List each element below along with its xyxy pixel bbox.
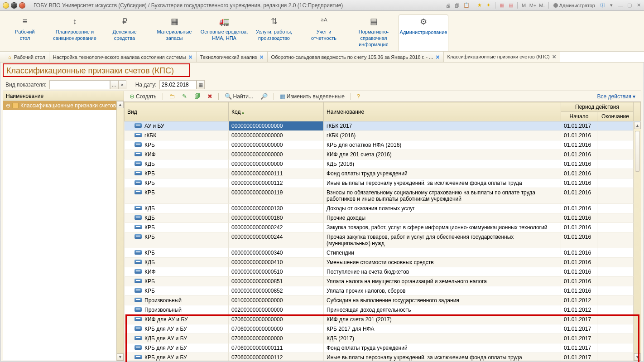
table-row[interactable]: Произвольный 00100000000000000 Субсидия … [125,296,641,305]
table-row[interactable]: КДБ 00000000000000130 Доходы от оказания… [125,204,641,213]
find-button[interactable]: 🔍Найти... [222,92,256,101]
grid-scroll[interactable]: Вид Код Наименование Период действия Нач… [124,102,641,361]
minimize-icon[interactable]: — [617,2,624,9]
table-row[interactable]: КДБ 00000000000000410 Уменьшение стоимос… [125,258,641,267]
ribbon-item[interactable]: ↕ Планирование и санкционирование [50,14,100,51]
table-row[interactable]: КРБ для АУ и БУ 07060000000000111 Фонд о… [125,343,641,353]
star-icon[interactable]: ★ [476,2,483,9]
nav-back-icon[interactable] [11,2,17,9]
table-row[interactable]: КИФ для АУ и БУ 07060000000000000 КИФ дл… [125,315,641,324]
table-row[interactable]: гКБК 00000000000000000 гКБК (2016) 01.01… [125,131,641,140]
m-btn[interactable]: M [520,2,528,9]
edit-button[interactable]: ✎ [179,92,190,101]
table-row[interactable]: КРБ 00000000000000852 Уплата прочих нало… [125,286,641,296]
col-name[interactable]: Наименование [324,102,561,121]
cell-name: Доходы от оказания платных услуг [324,204,561,213]
cell-start: 01.01.2016 [561,258,597,267]
tab-close-icon[interactable]: × [553,53,556,60]
table-row[interactable]: КРБ для АУ и БУ 07060000000000112 Иные в… [125,353,641,361]
param-choose-btn[interactable]: … [110,80,118,89]
param-input[interactable] [49,80,110,89]
copy-icon[interactable]: 🗐 [454,2,461,9]
param-clear-btn[interactable]: × [118,80,126,89]
row-icon [135,133,142,137]
col-start[interactable]: Начало [561,112,597,121]
tab[interactable]: ⌂Рабочий стол [0,52,49,62]
ribbon-label: Материальные запасы [149,29,199,42]
tab-close-icon[interactable]: × [260,54,263,60]
schedule-icon[interactable]: ▤ [507,2,514,9]
m-minus-btn[interactable]: M- [538,2,546,9]
scroll-up-icon[interactable]: ▲ [634,122,641,129]
ribbon-item[interactable]: ⚙ Администрирование [399,14,448,51]
table-row[interactable]: Произвольный 00200000000000000 Приносяща… [125,305,641,315]
tab-close-icon[interactable]: × [436,54,439,60]
table-row[interactable]: АУ и БУ 00000000000000000 гКБК 2017 01.0… [125,121,641,131]
tab-close-icon[interactable]: × [189,54,192,60]
table-row[interactable]: КРБ 00000000000000242 Закупка товаров, р… [125,223,641,232]
scroll-down-icon[interactable]: ▼ [634,353,641,361]
maximize-icon[interactable]: ▢ [626,2,633,9]
history-icon[interactable]: ✦ [485,2,492,9]
table-row[interactable]: КРБ 00000000000000119 Взносы по обязател… [125,188,641,204]
dropdown-icon[interactable]: ▾ [608,2,615,9]
table-row[interactable]: КРБ 00000000000000111 Фонд оплаты труда … [125,169,641,179]
table-row[interactable]: КДБ для АУ и БУ 07060000000000000 КДБ (2… [125,334,641,343]
calendar-icon[interactable]: ▦ [498,2,505,9]
col-period[interactable]: Период действия [561,102,634,112]
calc-icon[interactable]: 📋 [463,2,470,9]
delete-button[interactable]: ✖ [205,92,215,101]
tree-scroll[interactable]: ▲ ▼ [116,101,124,361]
table-row[interactable]: КРБ для АУ и БУ 07060000000000000 КРБ 20… [125,324,641,334]
nav-fwd-icon[interactable] [19,2,25,9]
ribbon-item[interactable]: ≡ Рабочий стол [0,14,50,51]
scroll-down-icon[interactable]: ▼ [117,353,124,361]
table-row[interactable]: КРБ 00000000000000340 Стипендии 01.01.20… [125,248,641,258]
scroll-up-icon[interactable]: ▲ [117,101,124,108]
table-row[interactable]: КИФ 00000000000000510 Поступление на сче… [125,267,641,277]
scroll-thumb[interactable] [635,131,640,172]
table-row[interactable]: КРБ 00000000000000112 Иные выплаты персо… [125,179,641,188]
table-row[interactable]: КДБ 00000000000000180 Прочие доходы 01.0… [125,213,641,223]
change-button[interactable]: ▦Изменить выделенные [277,92,347,101]
info-icon[interactable]: ⓘ [599,2,606,9]
tab[interactable]: Настройка технологического анализа состо… [49,52,197,62]
cell-end [597,131,634,140]
all-actions-button[interactable]: Все действия [595,92,638,101]
table-row[interactable]: КДБ 00000000000000000 КДБ (2016) 01.01.2… [125,159,641,169]
ribbon-item[interactable]: 🚛 Основные средства, НМА, НПА [199,14,249,51]
col-kod[interactable]: Код [229,102,324,121]
tab[interactable]: Классификационные признаки счетов (КПС)× [444,52,560,63]
folder-button[interactable]: 🗀 [166,92,178,101]
col-vid[interactable]: Вид [125,102,229,121]
tree-item[interactable]: ⊖ Классификационные признаки счетов [3,101,124,110]
help-button[interactable]: ? [354,92,363,101]
date-input[interactable] [159,80,197,89]
table-row[interactable]: КРБ 00000000000000000 КРБ для остатков Н… [125,140,641,150]
ribbon-item[interactable]: ⇅ Услуги, работы, производство [249,14,299,51]
row-icon [135,123,142,128]
cell-start: 01.01.2016 [561,169,597,179]
close-icon[interactable]: ✕ [635,2,642,9]
table-row[interactable]: КРБ 00000000000000851 Уплата налога на и… [125,277,641,286]
tree-header[interactable]: Наименование [3,91,124,101]
ribbon-item[interactable]: ▦ Материальные запасы [149,14,199,51]
cell-start: 01.01.2016 [561,179,597,188]
cell-vid: КРБ [125,248,229,258]
ribbon-item[interactable]: ᵃᴬ Учет и отчетность [299,14,349,51]
grid-vscroll[interactable]: ▲ ▼ [634,122,641,361]
ribbon-item[interactable]: ▤ Нормативно-справочная информация [349,14,399,51]
tab[interactable]: Оборотно-сальдовая ведомость по счету 10… [268,52,444,62]
date-picker-btn[interactable]: ▦ [197,80,205,89]
table-row[interactable]: КИФ 00000000000000000 КИФ для 201 счета … [125,150,641,159]
create-button[interactable]: ⊕Создать [127,92,159,101]
col-end[interactable]: Окончание [597,112,634,121]
copy-button[interactable]: 🗐 [192,92,203,101]
filter-button[interactable]: 🔎 [258,92,270,101]
tab[interactable]: Технологический анализ× [197,52,268,62]
print-icon[interactable]: 🖨 [445,2,452,9]
table-row[interactable]: КРБ 00000000000000244 Прочая закупка тов… [125,232,641,248]
m-plus-btn[interactable]: M+ [529,2,537,9]
separator [548,2,549,9]
ribbon-item[interactable]: ₽ Денежные средства [100,14,149,51]
